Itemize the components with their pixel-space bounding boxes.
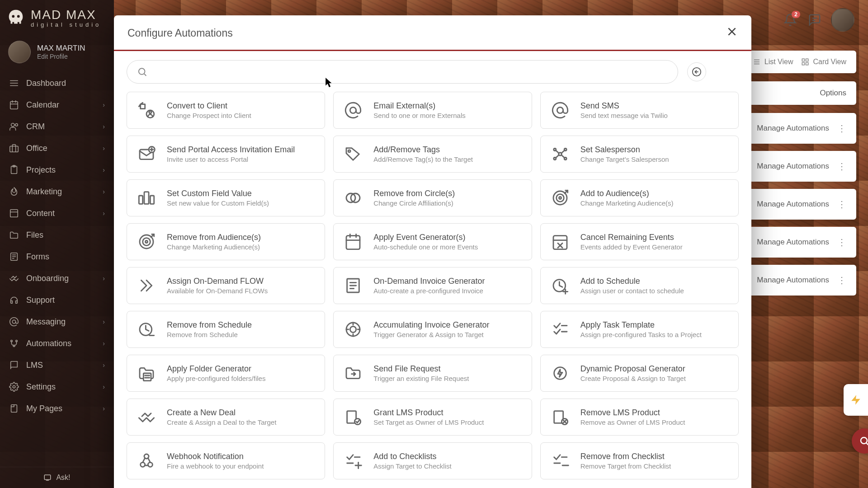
card-title: Set Custom Field Value (167, 189, 269, 198)
search-box[interactable] (127, 60, 678, 84)
card-desc: Events added by Event Generator (580, 243, 683, 251)
svg-point-10 (139, 68, 145, 75)
automation-card-grant-lms-product[interactable]: Grant LMS ProductSet Target as Owner of … (333, 399, 532, 436)
card-title: Add/Remove Tags (373, 145, 473, 155)
geargen-icon (343, 319, 363, 340)
automation-card-apply-event-generator-s-[interactable]: Apply Event Generator(s)Auto-schedule on… (333, 223, 532, 260)
card-desc: Create & Assign a Deal to the Target (167, 418, 276, 426)
card-desc: Remove from Schedule (167, 331, 252, 338)
card-title: Assign On-Demand FLOW (167, 277, 268, 286)
automation-card-add-to-checklists[interactable]: Add to ChecklistsAssign Target to Checkl… (333, 442, 532, 479)
card-title: Add to Checklists (373, 452, 451, 461)
automation-card-remove-from-schedule[interactable]: Remove from ScheduleRemove from Schedule (127, 311, 325, 348)
automation-card-dynamic-proposal-generator[interactable]: Dynamic Proposal GeneratorCreate Proposa… (540, 355, 739, 392)
card-desc: Fire a webhook to your endpoint (167, 462, 264, 470)
card-desc: Trigger an existing File Request (373, 375, 469, 382)
card-desc: Create Proposal & Assign to Target (580, 375, 686, 382)
cards-grid: Convert to ClientChange Prospect into Cl… (127, 92, 739, 479)
card-title: Accumulating Invoice Generator (373, 320, 489, 330)
automation-card-convert-to-client[interactable]: Convert to ClientChange Prospect into Cl… (127, 92, 325, 129)
card-title: Add to Schedule (580, 277, 684, 286)
card-title: Create a New Deal (167, 408, 276, 418)
card-title: Email External(s) (373, 101, 465, 111)
card-desc: Invite user to access Portal (167, 155, 295, 163)
automation-card-send-file-request[interactable]: Send File RequestTrigger an existing Fil… (333, 355, 532, 392)
automation-card-add-to-audience-s-[interactable]: Add to Audience(s)Change Marketing Audie… (540, 179, 739, 216)
card-title: Send SMS (580, 101, 668, 111)
automation-card-add-remove-tags[interactable]: Add/Remove TagsAdd/Remove Tag(s) to the … (333, 136, 532, 173)
foldersend-icon (343, 363, 363, 384)
automation-card-email-external-s-[interactable]: Email External(s)Send to one or more Ext… (333, 92, 532, 129)
checklistminus-icon (550, 450, 571, 471)
calendarx-icon (550, 231, 571, 252)
automation-card-send-sms[interactable]: Send SMSSend text message via Twilio (540, 92, 739, 129)
foldergen-icon (136, 363, 157, 384)
automation-card-accumulating-invoice-generator[interactable]: Accumulating Invoice GeneratorTrigger Ge… (333, 311, 532, 348)
search-icon (137, 66, 147, 77)
clockplus-icon (550, 275, 571, 296)
svg-line-16 (867, 443, 868, 445)
gearbolt-icon (550, 363, 571, 384)
card-desc: Set Target as Owner of LMS Product (373, 418, 484, 426)
automation-card-set-custom-field-value[interactable]: Set Custom Field ValueSet new value for … (127, 179, 325, 216)
lmsgrant-icon (343, 407, 363, 427)
card-desc: Assign Target to Checklist (373, 462, 451, 470)
tag-icon (343, 144, 363, 164)
card-desc: Remove Target from Checklist (580, 462, 671, 470)
card-desc: Send text message via Twilio (580, 112, 668, 119)
automation-card-remove-from-circle-s-[interactable]: Remove from Circle(s)Change Circle Affil… (333, 179, 532, 216)
card-title: Apply Folder Generator (167, 364, 265, 374)
card-title: Set Salesperson (580, 145, 669, 155)
card-desc: Assign user or contact to schedule (580, 287, 684, 295)
card-title: Remove from Circle(s) (373, 189, 455, 198)
target-icon (136, 231, 157, 252)
automation-card-remove-from-audience-s-[interactable]: Remove from Audience(s)Change Marketing … (127, 223, 325, 260)
card-title: Remove from Checklist (580, 452, 671, 461)
automation-card-send-portal-access-invitation-email[interactable]: Send Portal Access Invitation EmailInvit… (127, 136, 325, 173)
network-icon (550, 144, 571, 164)
card-desc: Apply pre-configured folders/files (167, 375, 265, 382)
card-title: Add to Audience(s) (580, 189, 674, 198)
automation-card-on-demand-invoice-generator[interactable]: On-Demand Invoice GeneratorAuto-create a… (333, 267, 532, 304)
back-button[interactable] (687, 62, 706, 81)
automation-card-apply-task-template[interactable]: Apply Task TemplateAssign pre-configured… (540, 311, 739, 348)
automation-card-add-to-schedule[interactable]: Add to ScheduleAssign user or contact to… (540, 267, 739, 304)
at-icon (550, 100, 571, 121)
fab-bolt[interactable] (844, 384, 868, 416)
handshake-icon (136, 407, 157, 427)
automation-card-cancel-remaining-events[interactable]: Cancel Remaining EventsEvents added by E… (540, 223, 739, 260)
card-title: Convert to Client (167, 101, 251, 111)
svg-marker-14 (851, 395, 860, 405)
card-desc: Auto-schedule one or more Events (373, 243, 478, 251)
card-title: On-Demand Invoice Generator (373, 277, 485, 286)
automation-card-remove-lms-product[interactable]: Remove LMS ProductRemove as Owner of LMS… (540, 399, 739, 436)
automation-card-webhook-notification[interactable]: Webhook NotificationFire a webhook to yo… (127, 442, 325, 479)
calendar-icon (343, 231, 363, 252)
close-icon[interactable] (726, 25, 738, 41)
card-desc: Add/Remove Tag(s) to the Target (373, 155, 473, 163)
card-desc: Change Prospect into Client (167, 112, 251, 119)
search-input[interactable] (153, 67, 668, 76)
automation-card-set-salesperson[interactable]: Set SalespersonChange Target's Salespers… (540, 136, 739, 173)
automation-card-create-a-new-deal[interactable]: Create a New DealCreate & Assign a Deal … (127, 399, 325, 436)
target-icon (550, 188, 571, 208)
card-title: Grant LMS Product (373, 408, 484, 418)
lmsremove-icon (550, 407, 571, 427)
invoice-icon (343, 275, 363, 296)
card-title: Remove from Schedule (167, 320, 252, 330)
card-desc: Remove as Owner of LMS Product (580, 418, 685, 426)
card-title: Webhook Notification (167, 452, 264, 461)
card-desc: Set new value for Custom Field(s) (167, 199, 269, 207)
card-title: Cancel Remaining Events (580, 233, 683, 242)
webhook-icon (136, 450, 157, 471)
card-title: Remove from Audience(s) (167, 233, 261, 242)
configure-automations-modal: Configure Automations Convert to ClientC… (114, 15, 751, 488)
card-desc: Change Marketing Audience(s) (580, 199, 674, 207)
card-title: Send Portal Access Invitation Email (167, 145, 295, 155)
card-title: Remove LMS Product (580, 408, 685, 418)
automation-card-apply-folder-generator[interactable]: Apply Folder GeneratorApply pre-configur… (127, 355, 325, 392)
automation-card-remove-from-checklist[interactable]: Remove from ChecklistRemove Target from … (540, 442, 739, 479)
card-title: Apply Event Generator(s) (373, 233, 478, 242)
automation-card-assign-on-demand-flow[interactable]: Assign On-Demand FLOWAvailable for On-De… (127, 267, 325, 304)
convert-icon (136, 100, 157, 121)
